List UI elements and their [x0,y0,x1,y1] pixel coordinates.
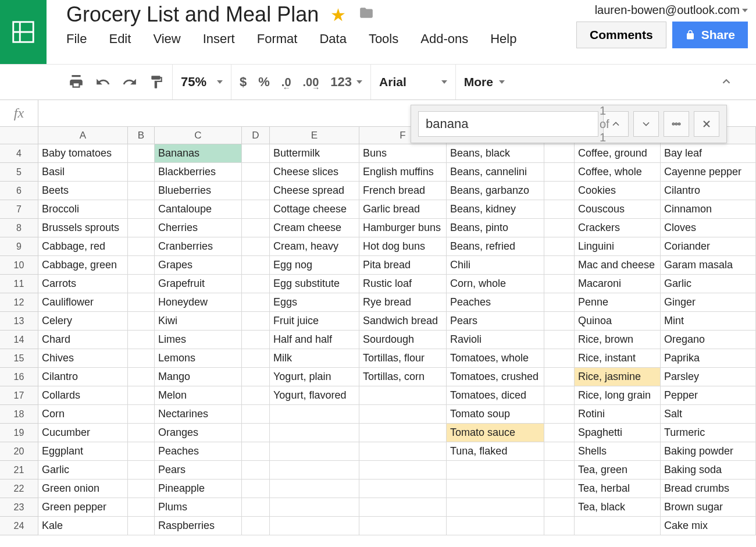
cell-G8[interactable]: Beans, pinto [447,219,544,237]
cell-F21[interactable] [359,461,447,479]
cell-E15[interactable]: Milk [270,349,359,368]
cell-C15[interactable]: Lemons [155,349,242,368]
select-all-corner[interactable] [0,127,38,144]
folder-icon[interactable] [358,5,375,24]
cell-I20[interactable]: Shells [575,442,661,461]
cell-B18[interactable] [128,405,155,424]
cell-C9[interactable]: Cranberries [155,237,242,256]
menu-edit[interactable]: Edit [109,31,131,47]
cell-H5[interactable] [544,163,575,182]
cell-E9[interactable]: Cream, heavy [270,237,359,256]
menu-insert[interactable]: Insert [203,31,235,47]
row-header-20[interactable]: 20 [0,442,38,461]
cell-A6[interactable]: Beets [38,182,128,200]
cell-E19[interactable] [270,424,359,442]
row-header-19[interactable]: 19 [0,424,38,442]
row-header-9[interactable]: 9 [0,237,38,256]
cell-J22[interactable]: Bread crumbs [661,479,756,498]
cell-B12[interactable] [128,293,155,312]
cell-H7[interactable] [544,200,575,219]
cell-F8[interactable]: Hamburger buns [359,219,447,237]
column-header-C[interactable]: C [155,127,242,144]
cell-D5[interactable] [242,163,270,182]
cell-C16[interactable]: Mango [155,368,242,386]
percent-button[interactable]: % [258,74,270,90]
menu-data[interactable]: Data [319,31,346,47]
menu-view[interactable]: View [153,31,180,47]
cell-J11[interactable]: Garlic [661,275,756,293]
cell-C7[interactable]: Cantaloupe [155,200,242,219]
find-close-button[interactable] [694,111,719,137]
cell-A14[interactable]: Chard [38,331,128,349]
cell-E6[interactable]: Cheese spread [270,182,359,200]
cell-A8[interactable]: Brussels sprouts [38,219,128,237]
cell-H20[interactable] [544,442,575,461]
cell-C22[interactable]: Pineapple [155,479,242,498]
cell-D6[interactable] [242,182,270,200]
cell-E4[interactable]: Buttermilk [270,144,359,163]
cell-G17[interactable]: Tomatoes, diced [447,386,544,405]
cell-H10[interactable] [544,256,575,275]
cell-B4[interactable] [128,144,155,163]
cell-G12[interactable]: Peaches [447,293,544,312]
cell-E16[interactable]: Yogurt, plain [270,368,359,386]
cell-G20[interactable]: Tuna, flaked [447,442,544,461]
increase-decimals-button[interactable]: .00 → [303,76,319,89]
fx-icon[interactable]: fx [0,100,38,126]
find-next-button[interactable] [633,111,659,137]
cell-B20[interactable] [128,442,155,461]
cell-B16[interactable] [128,368,155,386]
cell-E14[interactable]: Half and half [270,331,359,349]
cell-D19[interactable] [242,424,270,442]
cell-H21[interactable] [544,461,575,479]
cell-G6[interactable]: Beans, garbanzo [447,182,544,200]
cell-H19[interactable] [544,424,575,442]
cell-B14[interactable] [128,331,155,349]
cell-E10[interactable]: Egg nog [270,256,359,275]
cell-B5[interactable] [128,163,155,182]
cell-C18[interactable]: Nectarines [155,405,242,424]
cell-A9[interactable]: Cabbage, red [38,237,128,256]
cell-E13[interactable]: Fruit juice [270,312,359,331]
cell-J5[interactable]: Cayenne pepper [661,163,756,182]
cell-I7[interactable]: Couscous [575,200,661,219]
cell-G15[interactable]: Tomatoes, whole [447,349,544,368]
cell-D10[interactable] [242,256,270,275]
cell-F13[interactable]: Sandwich bread [359,312,447,331]
cell-G22[interactable] [447,479,544,498]
cell-F11[interactable]: Rustic loaf [359,275,447,293]
find-options-button[interactable] [664,111,689,137]
cell-E11[interactable]: Egg substitute [270,275,359,293]
column-header-D[interactable]: D [242,127,270,144]
cell-I13[interactable]: Quinoa [575,312,661,331]
cell-J17[interactable]: Pepper [661,386,756,405]
cell-G19[interactable]: Tomato sauce [447,424,544,442]
cell-B6[interactable] [128,182,155,200]
cell-H4[interactable] [544,144,575,163]
cell-G7[interactable]: Beans, kidney [447,200,544,219]
cell-F12[interactable]: Rye bread [359,293,447,312]
cell-E24[interactable] [270,517,359,535]
cell-J7[interactable]: Cinnamon [661,200,756,219]
zoom-select[interactable]: 75% [181,74,223,90]
cell-C5[interactable]: Blackberries [155,163,242,182]
cell-G9[interactable]: Beans, refried [447,237,544,256]
cell-D11[interactable] [242,275,270,293]
cell-C13[interactable]: Kiwi [155,312,242,331]
cell-A13[interactable]: Celery [38,312,128,331]
cell-J6[interactable]: Cilantro [661,182,756,200]
collapse-toolbar-button[interactable] [697,75,756,90]
cell-G13[interactable]: Pears [447,312,544,331]
cell-A18[interactable]: Corn [38,405,128,424]
cell-C4[interactable]: Bananas [155,144,242,163]
row-header-4[interactable]: 4 [0,144,38,163]
cell-D7[interactable] [242,200,270,219]
cell-J24[interactable]: Cake mix [661,517,756,535]
cell-H17[interactable] [544,386,575,405]
cell-C21[interactable]: Pears [155,461,242,479]
cell-B17[interactable] [128,386,155,405]
cell-D17[interactable] [242,386,270,405]
cell-J8[interactable]: Cloves [661,219,756,237]
column-header-B[interactable]: B [128,127,155,144]
cell-F10[interactable]: Pita bread [359,256,447,275]
